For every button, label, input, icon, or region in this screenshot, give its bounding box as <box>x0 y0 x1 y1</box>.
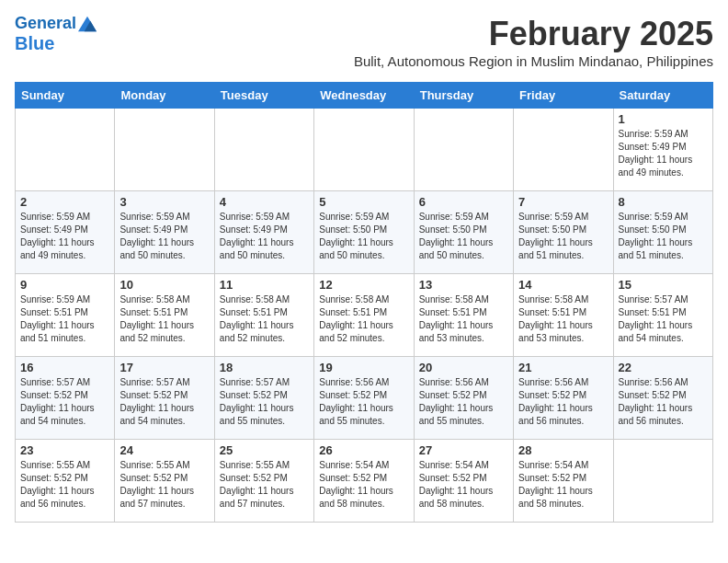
day-number: 4 <box>220 195 309 209</box>
table-row: 22Sunrise: 5:56 AM Sunset: 5:52 PM Dayli… <box>613 357 712 440</box>
day-info: Sunrise: 5:58 AM Sunset: 5:51 PM Dayligh… <box>119 293 209 345</box>
day-number: 24 <box>119 443 209 457</box>
day-info: Sunrise: 5:56 AM Sunset: 5:52 PM Dayligh… <box>419 376 508 428</box>
day-info: Sunrise: 5:59 AM Sunset: 5:49 PM Dayligh… <box>619 128 708 179</box>
day-number: 1 <box>619 112 708 126</box>
table-row: 10Sunrise: 5:58 AM Sunset: 5:51 PM Dayli… <box>115 274 214 357</box>
day-number: 22 <box>619 361 708 374</box>
day-info: Sunrise: 5:59 AM Sunset: 5:50 PM Dayligh… <box>619 211 708 262</box>
header-row: Sunday Monday Tuesday Wednesday Thursday… <box>16 83 713 109</box>
table-row: 5Sunrise: 5:59 AM Sunset: 5:50 PM Daylig… <box>314 191 414 274</box>
table-row: 13Sunrise: 5:58 AM Sunset: 5:51 PM Dayli… <box>414 274 513 357</box>
day-info: Sunrise: 5:58 AM Sunset: 5:51 PM Dayligh… <box>419 293 508 345</box>
day-number: 10 <box>119 278 209 292</box>
logo-blue: Blue <box>15 33 54 53</box>
day-number: 6 <box>419 195 508 209</box>
day-number: 13 <box>419 278 508 292</box>
table-row: 2Sunrise: 5:59 AM Sunset: 5:49 PM Daylig… <box>16 191 115 274</box>
day-info: Sunrise: 5:55 AM Sunset: 5:52 PM Dayligh… <box>20 459 109 511</box>
table-row: 4Sunrise: 5:59 AM Sunset: 5:49 PM Daylig… <box>214 191 313 274</box>
calendar-table: Sunday Monday Tuesday Wednesday Thursday… <box>15 82 713 523</box>
day-number: 14 <box>518 278 608 292</box>
table-row: 27Sunrise: 5:54 AM Sunset: 5:52 PM Dayli… <box>414 440 513 523</box>
table-row: 9Sunrise: 5:59 AM Sunset: 5:51 PM Daylig… <box>16 274 115 357</box>
day-info: Sunrise: 5:59 AM Sunset: 5:51 PM Dayligh… <box>20 293 109 345</box>
header-monday: Monday <box>115 83 214 109</box>
table-row <box>514 109 613 191</box>
day-number: 11 <box>220 278 309 292</box>
day-info: Sunrise: 5:59 AM Sunset: 5:50 PM Dayligh… <box>319 211 408 262</box>
table-row: 14Sunrise: 5:58 AM Sunset: 5:51 PM Dayli… <box>514 274 613 357</box>
day-number: 7 <box>518 195 608 209</box>
calendar-subtitle: Bulit, Autonomous Region in Muslim Minda… <box>354 53 713 69</box>
day-number: 26 <box>319 443 408 457</box>
day-info: Sunrise: 5:58 AM Sunset: 5:51 PM Dayligh… <box>319 293 408 345</box>
day-number: 28 <box>518 443 608 457</box>
header-sunday: Sunday <box>16 83 115 109</box>
day-info: Sunrise: 5:59 AM Sunset: 5:49 PM Dayligh… <box>20 211 109 262</box>
table-row: 26Sunrise: 5:54 AM Sunset: 5:52 PM Dayli… <box>314 440 414 523</box>
table-row <box>613 440 712 523</box>
header-wednesday: Wednesday <box>314 83 414 109</box>
table-row: 19Sunrise: 5:56 AM Sunset: 5:52 PM Dayli… <box>314 357 414 440</box>
table-row <box>214 109 313 191</box>
day-number: 3 <box>119 195 209 209</box>
calendar-title: February 2025 <box>354 15 713 53</box>
table-row: 6Sunrise: 5:59 AM Sunset: 5:50 PM Daylig… <box>414 191 513 274</box>
table-row: 7Sunrise: 5:59 AM Sunset: 5:50 PM Daylig… <box>514 191 613 274</box>
day-number: 16 <box>20 361 109 374</box>
day-info: Sunrise: 5:57 AM Sunset: 5:51 PM Dayligh… <box>619 293 708 345</box>
day-info: Sunrise: 5:59 AM Sunset: 5:49 PM Dayligh… <box>220 211 309 262</box>
table-row: 25Sunrise: 5:55 AM Sunset: 5:52 PM Dayli… <box>214 440 313 523</box>
day-number: 23 <box>20 443 109 457</box>
day-info: Sunrise: 5:57 AM Sunset: 5:52 PM Dayligh… <box>220 376 309 428</box>
day-number: 21 <box>518 361 608 374</box>
day-number: 9 <box>20 278 109 292</box>
table-row: 12Sunrise: 5:58 AM Sunset: 5:51 PM Dayli… <box>314 274 414 357</box>
day-info: Sunrise: 5:55 AM Sunset: 5:52 PM Dayligh… <box>119 459 209 511</box>
table-row: 20Sunrise: 5:56 AM Sunset: 5:52 PM Dayli… <box>414 357 513 440</box>
table-row: 17Sunrise: 5:57 AM Sunset: 5:52 PM Dayli… <box>115 357 214 440</box>
table-row <box>314 109 414 191</box>
table-row: 8Sunrise: 5:59 AM Sunset: 5:50 PM Daylig… <box>613 191 712 274</box>
header-thursday: Thursday <box>414 83 513 109</box>
day-number: 15 <box>619 278 708 292</box>
table-row: 18Sunrise: 5:57 AM Sunset: 5:52 PM Dayli… <box>214 357 313 440</box>
day-number: 27 <box>419 443 508 457</box>
day-info: Sunrise: 5:54 AM Sunset: 5:52 PM Dayligh… <box>518 459 608 511</box>
table-row <box>16 109 115 191</box>
day-info: Sunrise: 5:58 AM Sunset: 5:51 PM Dayligh… <box>518 293 608 345</box>
table-row: 3Sunrise: 5:59 AM Sunset: 5:49 PM Daylig… <box>115 191 214 274</box>
header-friday: Friday <box>514 83 613 109</box>
table-row: 21Sunrise: 5:56 AM Sunset: 5:52 PM Dayli… <box>514 357 613 440</box>
table-row <box>414 109 513 191</box>
logo: General Blue <box>15 15 97 54</box>
day-number: 18 <box>220 361 309 374</box>
day-number: 8 <box>619 195 708 209</box>
table-row: 24Sunrise: 5:55 AM Sunset: 5:52 PM Dayli… <box>115 440 214 523</box>
header-saturday: Saturday <box>613 83 712 109</box>
day-number: 20 <box>419 361 508 374</box>
day-info: Sunrise: 5:59 AM Sunset: 5:50 PM Dayligh… <box>419 211 508 262</box>
header-tuesday: Tuesday <box>214 83 313 109</box>
day-info: Sunrise: 5:56 AM Sunset: 5:52 PM Dayligh… <box>518 376 608 428</box>
table-row: 28Sunrise: 5:54 AM Sunset: 5:52 PM Dayli… <box>514 440 613 523</box>
day-number: 17 <box>119 361 209 374</box>
day-info: Sunrise: 5:54 AM Sunset: 5:52 PM Dayligh… <box>419 459 508 511</box>
day-number: 12 <box>319 278 408 292</box>
day-info: Sunrise: 5:59 AM Sunset: 5:49 PM Dayligh… <box>119 211 209 262</box>
table-row: 11Sunrise: 5:58 AM Sunset: 5:51 PM Dayli… <box>214 274 313 357</box>
day-number: 5 <box>319 195 408 209</box>
day-info: Sunrise: 5:55 AM Sunset: 5:52 PM Dayligh… <box>220 459 309 511</box>
table-row <box>115 109 214 191</box>
day-info: Sunrise: 5:54 AM Sunset: 5:52 PM Dayligh… <box>319 459 408 511</box>
day-info: Sunrise: 5:59 AM Sunset: 5:50 PM Dayligh… <box>518 211 608 262</box>
day-number: 25 <box>220 443 309 457</box>
day-info: Sunrise: 5:58 AM Sunset: 5:51 PM Dayligh… <box>220 293 309 345</box>
day-info: Sunrise: 5:56 AM Sunset: 5:52 PM Dayligh… <box>319 376 408 428</box>
day-info: Sunrise: 5:57 AM Sunset: 5:52 PM Dayligh… <box>119 376 209 428</box>
table-row: 23Sunrise: 5:55 AM Sunset: 5:52 PM Dayli… <box>16 440 115 523</box>
logo-general: General <box>15 14 76 32</box>
day-info: Sunrise: 5:57 AM Sunset: 5:52 PM Dayligh… <box>20 376 109 428</box>
table-row: 16Sunrise: 5:57 AM Sunset: 5:52 PM Dayli… <box>16 357 115 440</box>
